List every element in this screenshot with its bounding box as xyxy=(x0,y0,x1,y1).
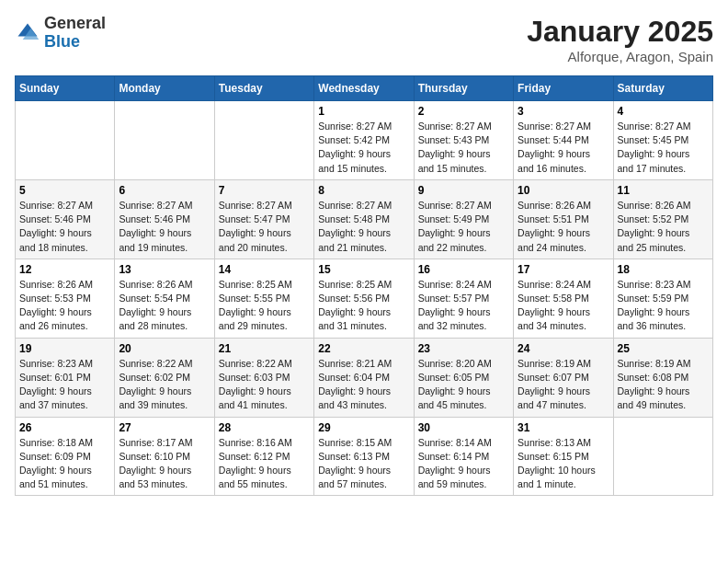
calendar-cell: 7Sunrise: 8:27 AM Sunset: 5:47 PM Daylig… xyxy=(214,179,313,259)
calendar-cell: 8Sunrise: 8:27 AM Sunset: 5:48 PM Daylig… xyxy=(314,179,414,259)
day-number: 5 xyxy=(19,184,110,197)
day-number: 7 xyxy=(219,184,310,197)
day-content: Sunrise: 8:25 AM Sunset: 5:55 PM Dayligh… xyxy=(219,278,310,334)
day-content: Sunrise: 8:24 AM Sunset: 5:57 PM Dayligh… xyxy=(418,278,509,334)
calendar-cell: 27Sunrise: 8:17 AM Sunset: 6:10 PM Dayli… xyxy=(115,417,214,496)
calendar-week-row: 19Sunrise: 8:23 AM Sunset: 6:01 PM Dayli… xyxy=(16,338,713,417)
day-number: 21 xyxy=(219,342,310,355)
calendar-cell xyxy=(115,101,214,180)
month-title: January 2025 xyxy=(527,15,713,49)
weekday-header: Sunday xyxy=(16,76,115,101)
day-content: Sunrise: 8:17 AM Sunset: 6:10 PM Dayligh… xyxy=(119,436,210,492)
day-number: 20 xyxy=(119,342,210,355)
calendar-cell: 28Sunrise: 8:16 AM Sunset: 6:12 PM Dayli… xyxy=(214,417,313,496)
calendar-cell: 15Sunrise: 8:25 AM Sunset: 5:56 PM Dayli… xyxy=(314,259,414,338)
day-content: Sunrise: 8:14 AM Sunset: 6:14 PM Dayligh… xyxy=(418,436,509,492)
calendar-cell: 19Sunrise: 8:23 AM Sunset: 6:01 PM Dayli… xyxy=(16,338,115,417)
calendar-cell: 20Sunrise: 8:22 AM Sunset: 6:02 PM Dayli… xyxy=(115,338,214,417)
day-number: 27 xyxy=(119,421,210,434)
day-content: Sunrise: 8:27 AM Sunset: 5:46 PM Dayligh… xyxy=(119,199,210,255)
calendar-cell: 18Sunrise: 8:23 AM Sunset: 5:59 PM Dayli… xyxy=(613,259,712,338)
calendar-cell: 12Sunrise: 8:26 AM Sunset: 5:53 PM Dayli… xyxy=(16,259,115,338)
logo-general-text: General xyxy=(44,15,106,33)
calendar-cell: 14Sunrise: 8:25 AM Sunset: 5:55 PM Dayli… xyxy=(214,259,313,338)
calendar-cell: 17Sunrise: 8:24 AM Sunset: 5:58 PM Dayli… xyxy=(514,259,613,338)
day-content: Sunrise: 8:15 AM Sunset: 6:13 PM Dayligh… xyxy=(318,436,409,492)
day-content: Sunrise: 8:26 AM Sunset: 5:53 PM Dayligh… xyxy=(19,278,110,334)
day-content: Sunrise: 8:13 AM Sunset: 6:15 PM Dayligh… xyxy=(518,436,609,492)
weekday-header: Wednesday xyxy=(314,76,414,101)
weekday-header: Friday xyxy=(514,76,613,101)
day-number: 11 xyxy=(618,184,709,197)
day-number: 9 xyxy=(418,184,509,197)
calendar-table: SundayMondayTuesdayWednesdayThursdayFrid… xyxy=(15,75,713,496)
page-header: General Blue January 2025 Alforque, Arag… xyxy=(15,15,713,64)
day-content: Sunrise: 8:27 AM Sunset: 5:46 PM Dayligh… xyxy=(19,199,110,255)
day-number: 26 xyxy=(19,421,110,434)
day-content: Sunrise: 8:19 AM Sunset: 6:07 PM Dayligh… xyxy=(518,357,609,413)
calendar-cell: 2Sunrise: 8:27 AM Sunset: 5:43 PM Daylig… xyxy=(414,101,513,180)
calendar-cell: 30Sunrise: 8:14 AM Sunset: 6:14 PM Dayli… xyxy=(414,417,513,496)
calendar-cell: 23Sunrise: 8:20 AM Sunset: 6:05 PM Dayli… xyxy=(414,338,513,417)
day-content: Sunrise: 8:16 AM Sunset: 6:12 PM Dayligh… xyxy=(219,436,310,492)
day-number: 30 xyxy=(418,421,509,434)
day-content: Sunrise: 8:27 AM Sunset: 5:45 PM Dayligh… xyxy=(618,120,709,176)
day-number: 8 xyxy=(318,184,409,197)
calendar-cell: 29Sunrise: 8:15 AM Sunset: 6:13 PM Dayli… xyxy=(314,417,414,496)
day-number: 3 xyxy=(518,105,609,118)
day-content: Sunrise: 8:23 AM Sunset: 5:59 PM Dayligh… xyxy=(618,278,709,334)
day-number: 22 xyxy=(318,342,409,355)
title-block: January 2025 Alforque, Aragon, Spain xyxy=(527,15,713,64)
day-content: Sunrise: 8:19 AM Sunset: 6:08 PM Dayligh… xyxy=(618,357,709,413)
calendar-cell: 21Sunrise: 8:22 AM Sunset: 6:03 PM Dayli… xyxy=(214,338,313,417)
day-number: 28 xyxy=(219,421,310,434)
weekday-header: Saturday xyxy=(613,76,712,101)
day-content: Sunrise: 8:20 AM Sunset: 6:05 PM Dayligh… xyxy=(418,357,509,413)
calendar-cell xyxy=(214,101,313,180)
day-content: Sunrise: 8:27 AM Sunset: 5:43 PM Dayligh… xyxy=(418,120,509,176)
calendar-cell: 11Sunrise: 8:26 AM Sunset: 5:52 PM Dayli… xyxy=(613,179,712,259)
day-number: 1 xyxy=(318,105,409,118)
day-content: Sunrise: 8:22 AM Sunset: 6:03 PM Dayligh… xyxy=(219,357,310,413)
day-content: Sunrise: 8:26 AM Sunset: 5:52 PM Dayligh… xyxy=(618,199,709,255)
day-number: 29 xyxy=(318,421,409,434)
day-number: 14 xyxy=(219,263,310,276)
day-content: Sunrise: 8:24 AM Sunset: 5:58 PM Dayligh… xyxy=(518,278,609,334)
day-content: Sunrise: 8:21 AM Sunset: 6:04 PM Dayligh… xyxy=(318,357,409,413)
day-content: Sunrise: 8:18 AM Sunset: 6:09 PM Dayligh… xyxy=(19,436,110,492)
calendar-cell: 26Sunrise: 8:18 AM Sunset: 6:09 PM Dayli… xyxy=(16,417,115,496)
calendar-cell: 3Sunrise: 8:27 AM Sunset: 5:44 PM Daylig… xyxy=(514,101,613,180)
calendar-cell: 10Sunrise: 8:26 AM Sunset: 5:51 PM Dayli… xyxy=(514,179,613,259)
day-number: 10 xyxy=(518,184,609,197)
calendar-week-row: 26Sunrise: 8:18 AM Sunset: 6:09 PM Dayli… xyxy=(16,417,713,496)
weekday-header: Thursday xyxy=(414,76,513,101)
calendar-cell: 16Sunrise: 8:24 AM Sunset: 5:57 PM Dayli… xyxy=(414,259,513,338)
day-content: Sunrise: 8:22 AM Sunset: 6:02 PM Dayligh… xyxy=(119,357,210,413)
calendar-cell: 4Sunrise: 8:27 AM Sunset: 5:45 PM Daylig… xyxy=(613,101,712,180)
calendar-cell: 13Sunrise: 8:26 AM Sunset: 5:54 PM Dayli… xyxy=(115,259,214,338)
day-number: 18 xyxy=(618,263,709,276)
day-content: Sunrise: 8:27 AM Sunset: 5:49 PM Dayligh… xyxy=(418,199,509,255)
day-number: 19 xyxy=(19,342,110,355)
calendar-cell: 1Sunrise: 8:27 AM Sunset: 5:42 PM Daylig… xyxy=(314,101,414,180)
calendar-cell: 22Sunrise: 8:21 AM Sunset: 6:04 PM Dayli… xyxy=(314,338,414,417)
day-number: 2 xyxy=(418,105,509,118)
calendar-cell: 25Sunrise: 8:19 AM Sunset: 6:08 PM Dayli… xyxy=(613,338,712,417)
calendar-week-row: 12Sunrise: 8:26 AM Sunset: 5:53 PM Dayli… xyxy=(16,259,713,338)
calendar-week-row: 5Sunrise: 8:27 AM Sunset: 5:46 PM Daylig… xyxy=(16,179,713,259)
weekday-header-row: SundayMondayTuesdayWednesdayThursdayFrid… xyxy=(16,76,713,101)
weekday-header: Monday xyxy=(115,76,214,101)
calendar-cell: 5Sunrise: 8:27 AM Sunset: 5:46 PM Daylig… xyxy=(16,179,115,259)
day-content: Sunrise: 8:26 AM Sunset: 5:51 PM Dayligh… xyxy=(518,199,609,255)
calendar-cell xyxy=(613,417,712,496)
day-content: Sunrise: 8:25 AM Sunset: 5:56 PM Dayligh… xyxy=(318,278,409,334)
day-content: Sunrise: 8:27 AM Sunset: 5:42 PM Dayligh… xyxy=(318,120,409,176)
location-text: Alforque, Aragon, Spain xyxy=(527,49,713,64)
logo: General Blue xyxy=(15,15,106,52)
day-content: Sunrise: 8:27 AM Sunset: 5:48 PM Dayligh… xyxy=(318,199,409,255)
day-number: 4 xyxy=(618,105,709,118)
calendar-cell: 9Sunrise: 8:27 AM Sunset: 5:49 PM Daylig… xyxy=(414,179,513,259)
day-number: 23 xyxy=(418,342,509,355)
day-number: 12 xyxy=(19,263,110,276)
calendar-cell: 6Sunrise: 8:27 AM Sunset: 5:46 PM Daylig… xyxy=(115,179,214,259)
